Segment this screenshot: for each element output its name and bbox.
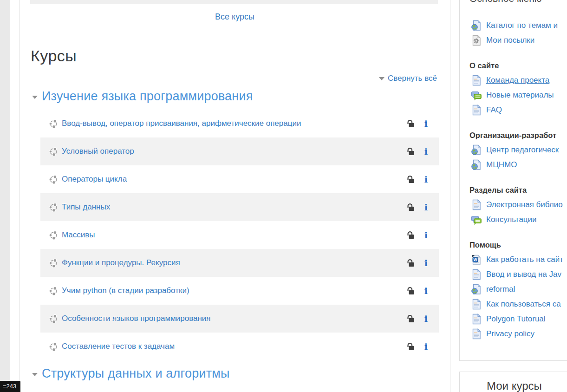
sidebar-menu-item: МЦНМО bbox=[469, 157, 567, 172]
block-my-courses: Мои курсы bbox=[459, 372, 567, 392]
url-icon bbox=[471, 20, 482, 31]
word-icon bbox=[471, 254, 482, 265]
sidebar-menu-item: Центр педагогическ bbox=[469, 143, 567, 157]
page-icon bbox=[471, 199, 482, 210]
info-icon[interactable]: i bbox=[424, 285, 428, 297]
page-icon bbox=[471, 314, 482, 325]
browser-status-bar: =243 bbox=[0, 381, 20, 392]
page-icon bbox=[471, 328, 482, 340]
sidebar-menu-item: Команда проекта bbox=[469, 73, 567, 88]
sidebar-menu-link[interactable]: Консультации bbox=[486, 215, 537, 224]
sidebar-menu-item: Privacy policy bbox=[469, 327, 567, 341]
course-row: Операторы циклаi bbox=[40, 165, 439, 193]
sidebar-menu-link[interactable]: Как работать на сайт bbox=[486, 255, 563, 264]
sidebar-menu-link[interactable]: Команда проекта bbox=[486, 76, 549, 85]
page-icon bbox=[471, 299, 482, 310]
info-icon[interactable]: i bbox=[424, 201, 428, 213]
page-icon bbox=[471, 269, 482, 280]
sidebar-menu-item: Мои посылки bbox=[469, 33, 567, 48]
course-row: Ввод-вывод, оператор присваивания, арифм… bbox=[40, 110, 439, 137]
sidebar-menu-item: Как работать на сайт bbox=[469, 252, 567, 267]
unlock-icon bbox=[406, 119, 415, 128]
sidebar-menu-link[interactable]: Мои посылки bbox=[486, 36, 534, 45]
category-link[interactable]: Структуры данных и алгоритмы bbox=[42, 366, 230, 381]
course-row: Массивыi bbox=[40, 221, 439, 249]
collapse-all-link[interactable]: Свернуть всё bbox=[388, 74, 437, 83]
sidebar-menu-link[interactable]: Polygon Tutorual bbox=[486, 314, 546, 324]
content-right-border bbox=[450, 0, 450, 392]
info-icon[interactable]: i bbox=[424, 118, 428, 130]
course-icon bbox=[49, 147, 58, 156]
category-link[interactable]: Изучение языка программирования bbox=[42, 89, 253, 104]
sidebar-menu-link[interactable]: Электронная библио bbox=[486, 200, 563, 209]
content-left-border bbox=[19, 0, 20, 392]
course-icon bbox=[49, 119, 58, 128]
course-row: Учим python (в стадии разработки)i bbox=[40, 277, 439, 305]
info-icon[interactable]: i bbox=[424, 145, 428, 157]
course-link[interactable]: Функции и процедуры. Рекурсия bbox=[62, 258, 180, 268]
sidebar-menu-item: Каталог по темам и bbox=[469, 18, 567, 33]
sidebar-menu-item: Как пользоваться са bbox=[469, 297, 567, 312]
sidebar-menu-link[interactable]: Как пользоваться са bbox=[486, 300, 561, 309]
info-icon[interactable]: i bbox=[424, 313, 428, 325]
course-link[interactable]: Массивы bbox=[62, 230, 95, 240]
forum-icon bbox=[471, 90, 482, 101]
unlock-icon bbox=[406, 286, 415, 295]
course-icon bbox=[49, 314, 58, 323]
page-icon bbox=[471, 75, 482, 86]
course-link[interactable]: Особенности языков программирования bbox=[62, 314, 211, 323]
course-row: Составление тестов к задачамi bbox=[40, 333, 439, 360]
sidebar-menu-item: Электронная библио bbox=[469, 197, 567, 212]
sidebar-menu-link[interactable]: Privacy policy bbox=[486, 329, 534, 339]
collapse-all-triangle-icon bbox=[379, 77, 385, 80]
course-link[interactable]: Операторы цикла bbox=[62, 175, 127, 184]
sidebar-menu-link[interactable]: МЦНМО bbox=[486, 160, 517, 170]
unlock-icon bbox=[406, 342, 415, 351]
all-courses-link[interactable]: Все курсы bbox=[215, 12, 254, 21]
course-icon bbox=[49, 342, 58, 351]
course-link[interactable]: Составление тестов к задачам bbox=[62, 342, 175, 351]
sidebar-menu-item: Консультации bbox=[469, 212, 567, 227]
course-link[interactable]: Условный оператор bbox=[62, 147, 134, 156]
sidebar-menu-link[interactable]: reformal bbox=[486, 285, 515, 294]
sidebar-menu-link[interactable]: Каталог по темам и bbox=[486, 21, 558, 30]
info-icon[interactable]: i bbox=[424, 173, 428, 185]
course-icon bbox=[49, 230, 58, 240]
info-icon[interactable]: i bbox=[424, 340, 428, 353]
course-link[interactable]: Ввод-вывод, оператор присваивания, арифм… bbox=[62, 119, 301, 128]
collapse-all-control[interactable]: Свернуть всё bbox=[19, 74, 437, 83]
forum-icon bbox=[471, 214, 482, 225]
category-collapse-icon[interactable] bbox=[32, 373, 38, 376]
url-icon bbox=[471, 159, 482, 170]
scrolled-element-edge bbox=[30, 0, 438, 4]
sidebar-section-header: Помощь bbox=[469, 239, 567, 250]
sidebar-menu-link[interactable]: Центр педагогическ bbox=[486, 145, 559, 155]
info-icon[interactable]: i bbox=[424, 229, 428, 241]
sidebar-menu-link[interactable]: Новые материалы bbox=[486, 91, 554, 100]
course-icon bbox=[49, 258, 58, 268]
sidebar-menu-link[interactable]: Ввод и вывод на Jav bbox=[486, 270, 561, 279]
unlock-icon bbox=[406, 258, 415, 268]
url-icon bbox=[471, 284, 482, 295]
block-title: Основное меню bbox=[469, 0, 567, 5]
sidebar-section-header: Организации-разработ bbox=[469, 130, 567, 141]
sidebar-menu-link[interactable]: FAQ bbox=[486, 105, 502, 115]
course-link[interactable]: Учим python (в стадии разработки) bbox=[62, 286, 189, 295]
course-row: Типы данныхi bbox=[40, 193, 439, 221]
sidebar-menu-item: FAQ bbox=[469, 103, 567, 118]
category-collapse-icon[interactable] bbox=[32, 96, 38, 99]
course-link[interactable]: Типы данных bbox=[62, 203, 110, 212]
window-edge-strip bbox=[0, 0, 10, 392]
course-row: Условный операторi bbox=[40, 137, 439, 165]
unlock-icon bbox=[406, 147, 415, 156]
sidebar-section-header: Разделы сайта bbox=[469, 184, 567, 196]
course-row: Функции и процедуры. Рекурсияi bbox=[40, 249, 439, 277]
sidebar-section-header: О сайте bbox=[469, 60, 567, 71]
info-icon[interactable]: i bbox=[424, 257, 428, 269]
category-heading: Структуры данных и алгоритмы bbox=[32, 366, 230, 381]
category-heading: Изучение языка программирования bbox=[32, 89, 253, 104]
course-icon bbox=[49, 175, 58, 184]
course-icon bbox=[49, 203, 58, 212]
course-row: Особенности языков программированияi bbox=[40, 305, 439, 333]
unlock-icon bbox=[406, 314, 415, 323]
